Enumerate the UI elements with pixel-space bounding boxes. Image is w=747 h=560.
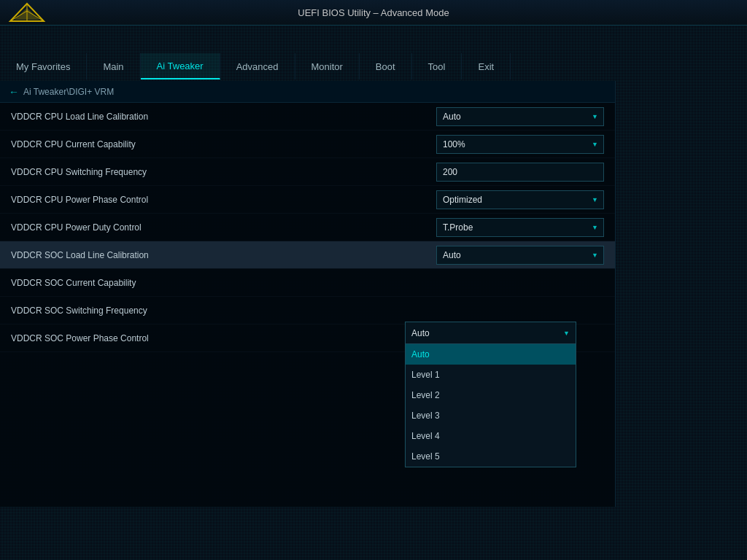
setting-row-vddcr-cpu-pdc[interactable]: VDDCR CPU Power Duty Control T.Probe [0,214,615,241]
nav-ai-tweaker-label: Ai Tweaker [157,61,204,71]
nav-ai-tweaker[interactable]: Ai Tweaker [141,53,220,79]
breadcrumb-text: Ai Tweaker\DIGI+ VRM [23,87,114,97]
nav-my-favorites[interactable]: My Favorites [0,53,87,79]
select-wrapper-soc-llc: Auto [436,246,604,265]
setting-label-vddcr-soc-ppc: VDDCR SOC Power Phase Control [11,333,436,343]
dropdown-option-level5[interactable]: Level 5 [406,446,576,467]
dropdown-option-level1-label: Level 1 [411,370,440,380]
setting-row-vddcr-cpu-ppc[interactable]: VDDCR CPU Power Phase Control Optimized [0,186,615,214]
logo [7,1,51,23]
select-vddcr-cpu-llc[interactable]: Auto [436,107,604,126]
setting-row-vddcr-cpu-sf[interactable]: VDDCR CPU Switching Frequency [0,158,615,186]
dropdown-option-auto-label: Auto [411,349,430,359]
nav-main-label: Main [103,61,123,72]
select-wrapper-ppc: Optimized [436,190,604,209]
select-wrapper-llc: Auto [436,107,604,126]
setting-value-vddcr-cpu-sf [436,163,604,182]
select-vddcr-cpu-pdc[interactable]: T.Probe [436,218,604,237]
setting-row-vddcr-soc-cc[interactable]: VDDCR SOC Current Capability [0,269,615,297]
dropdown-selected-value: Auto [411,328,430,338]
nav-my-favorites-label: My Favorites [16,61,70,72]
settings-list: VDDCR CPU Load Line Calibration Auto VDD… [0,103,615,352]
dropdown-option-level1[interactable]: Level 1 [406,365,576,385]
dropdown-option-level3[interactable]: Level 3 [406,405,576,426]
select-vddcr-cpu-ppc[interactable]: Optimized [436,190,604,209]
dropdown-option-level4-label: Level 4 [411,431,440,441]
setting-value-vddcr-cpu-ppc: Optimized [436,190,604,209]
nav-exit-label: Exit [478,61,494,72]
nav-advanced[interactable]: Advanced [220,53,295,79]
setting-value-vddcr-cpu-cc: 100% [436,135,604,154]
setting-label-vddcr-cpu-llc: VDDCR CPU Load Line Calibration [11,112,436,122]
nav-tool[interactable]: Tool [412,53,462,79]
setting-label-vddcr-soc-llc: VDDCR SOC Load Line Calibration [11,250,436,260]
dropdown-overlay: Auto ▼ Auto Level 1 Level 2 Level 3 Leve… [405,322,576,467]
dropdown-option-level4[interactable]: Level 4 [406,426,576,446]
setting-value-vddcr-cpu-pdc: T.Probe [436,218,604,237]
dropdown-option-level2-label: Level 2 [411,390,440,400]
nav-monitor[interactable]: Monitor [295,53,360,79]
dropdown-option-level3-label: Level 3 [411,411,440,421]
chevron-down-icon: ▼ [563,330,570,337]
nav-main[interactable]: Main [87,53,140,79]
dropdown-option-auto[interactable]: Auto [406,344,576,365]
breadcrumb: ← Ai Tweaker\DIGI+ VRM [0,81,615,103]
select-vddcr-cpu-cc[interactable]: 100% [436,135,604,154]
select-vddcr-soc-llc[interactable]: Auto [436,246,604,265]
nav-exit[interactable]: Exit [462,53,511,79]
select-wrapper-pdc: T.Probe [436,218,604,237]
title-bar: UEFI BIOS Utility – Advanced Mode [0,0,747,26]
setting-label-vddcr-cpu-cc: VDDCR CPU Current Capability [11,139,436,149]
setting-label-vddcr-cpu-sf: VDDCR CPU Switching Frequency [11,167,436,177]
setting-row-vddcr-cpu-cc[interactable]: VDDCR CPU Current Capability 100% [0,131,615,158]
input-vddcr-cpu-sf[interactable] [436,163,604,182]
dropdown-option-level5-label: Level 5 [411,451,440,462]
dropdown-header: Auto ▼ [406,322,576,344]
nav-boot[interactable]: Boot [360,53,412,79]
setting-row-vddcr-cpu-llc[interactable]: VDDCR CPU Load Line Calibration Auto [0,103,615,131]
setting-row-vddcr-soc-llc[interactable]: VDDCR SOC Load Line Calibration Auto [0,241,615,269]
nav-boot-label: Boot [376,61,395,72]
setting-value-vddcr-cpu-llc: Auto [436,107,604,126]
nav-advanced-label: Advanced [236,61,279,72]
left-panel: ← Ai Tweaker\DIGI+ VRM VDDCR CPU Load Li… [0,81,616,507]
setting-label-vddcr-cpu-pdc: VDDCR CPU Power Duty Control [11,222,436,233]
select-wrapper-cc: 100% [436,135,604,154]
dropdown-option-level2[interactable]: Level 2 [406,385,576,405]
nav-monitor-label: Monitor [311,61,343,72]
nav-tool-label: Tool [428,61,446,72]
setting-label-vddcr-soc-cc: VDDCR SOC Current Capability [11,278,436,288]
setting-row-vddcr-soc-sf[interactable]: VDDCR SOC Switching Frequency [0,297,615,324]
page-title: UEFI BIOS Utility – Advanced Mode [298,7,449,18]
back-arrow-icon[interactable]: ← [9,86,19,98]
setting-label-vddcr-soc-sf: VDDCR SOC Switching Frequency [11,306,436,316]
setting-label-vddcr-cpu-ppc: VDDCR CPU Power Phase Control [11,195,436,205]
setting-value-vddcr-soc-llc: Auto [436,246,604,265]
